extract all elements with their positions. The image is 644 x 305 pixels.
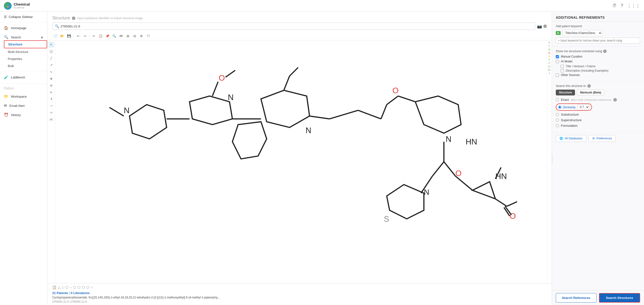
letter-O[interactable]: O — [548, 51, 551, 55]
sidebar-item-multi-structure[interactable]: Multi-Structure — [4, 48, 47, 55]
letter-Cl[interactable]: Cl — [548, 65, 551, 68]
show-structures-info-icon[interactable]: i — [603, 49, 606, 53]
substructure-radio[interactable] — [556, 113, 559, 116]
exact-info-icon[interactable]: i — [614, 98, 617, 101]
heptagon-icon[interactable]: ⬡ — [82, 285, 85, 289]
search-info-icon[interactable]: i — [544, 24, 547, 28]
manual-curation-checkbox[interactable] — [556, 55, 559, 58]
similarity-radio[interactable] — [558, 106, 561, 109]
letter-C[interactable]: C — [548, 45, 551, 48]
zoom-out-tool[interactable]: ⊖ — [48, 83, 54, 88]
sidebar-group-search[interactable]: 🔍 Search ∧ — [0, 32, 47, 40]
formulation-radio[interactable] — [556, 124, 559, 127]
save-btn[interactable]: 💾 — [66, 33, 72, 39]
sidebar-item-history[interactable]: ⏰ History — [0, 110, 47, 119]
similarity-label: Similarity — [563, 105, 576, 109]
timer-icon[interactable]: ⏱ — [612, 3, 617, 8]
letter-P[interactable]: P — [548, 62, 551, 65]
sidebar-item-homepage[interactable]: 🏠 Homepage — [0, 23, 47, 32]
all-databases-btn[interactable]: 🌐 All Databases — [556, 135, 586, 142]
info-btn[interactable]: 🛡 — [145, 33, 152, 39]
bond-tool[interactable]: ╱ — [48, 55, 54, 61]
patents-count[interactable]: 21 Patents — [52, 291, 68, 295]
svg-text:N: N — [228, 93, 234, 102]
reaction-tool[interactable]: ⤳ — [48, 103, 54, 109]
svg-text:O: O — [219, 73, 225, 82]
select-tool[interactable]: ↖ — [48, 42, 54, 48]
square-icon[interactable]: □ — [62, 285, 64, 289]
search-in-structure-btn[interactable]: Structure — [556, 90, 575, 95]
search-chevron-icon: ∧ — [41, 35, 43, 39]
keyword-input[interactable] — [556, 38, 640, 43]
bracket-tool[interactable]: [H] — [48, 117, 54, 122]
literatures-count[interactable]: 0 Literatures — [71, 291, 90, 295]
keyword-field-select[interactable]: Title/Abst./Claims/Desc.TitleAbstractCla… — [562, 30, 602, 36]
desc-checkbox[interactable] — [561, 69, 564, 72]
align-btn[interactable]: ⊟ — [132, 33, 138, 39]
letter-H[interactable]: H — [548, 41, 551, 44]
s-tool[interactable]: .S* — [48, 110, 54, 116]
topbar-left: Chemical by patsnap — [4, 2, 30, 10]
sidebar-item-structure[interactable]: Structure — [4, 40, 47, 48]
eraser-tool[interactable]: ⬜ — [48, 48, 54, 54]
zoom-in-tool[interactable]: ⊕ — [48, 76, 54, 82]
sidebar-item-workspace[interactable]: 📁 Workspace — [0, 92, 47, 101]
grid-btn[interactable]: ⊞ — [125, 33, 131, 39]
superstructure-radio[interactable] — [556, 118, 559, 122]
undo-btn[interactable]: ↩ — [75, 33, 81, 39]
structure-info-icon[interactable]: i — [72, 16, 75, 20]
exact-radio[interactable] — [556, 98, 559, 101]
sidebar-item-properties[interactable]: Properties — [4, 55, 47, 62]
r-group-tool[interactable]: .R̈ — [48, 96, 54, 102]
help-icon[interactable]: ? — [621, 3, 623, 8]
cut-btn[interactable]: ✂ — [91, 33, 97, 39]
atom-tool[interactable]: IIn — [48, 89, 54, 95]
zigzag-tool[interactable]: ∿ — [48, 69, 54, 75]
arrow-tool[interactable]: ↗ — [48, 62, 54, 68]
paste-btn[interactable]: 📌 — [104, 33, 110, 39]
svg-text:N: N — [446, 135, 452, 144]
sidebar-item-labbench[interactable]: 🧪 LabBench — [0, 73, 47, 82]
2d-btn[interactable]: 2D — [118, 33, 124, 39]
new-file-btn[interactable]: 📄 — [52, 33, 58, 39]
hexagon-icon[interactable]: ⬡ — [73, 285, 76, 289]
search-references-button[interactable]: Search References — [556, 293, 596, 303]
pentagon-icon[interactable]: ⬠ — [65, 285, 68, 289]
search-input-wrap: 🔍 — [52, 22, 535, 30]
tac-checkbox[interactable] — [561, 65, 564, 68]
camera-icon[interactable]: 📷 — [537, 24, 542, 29]
redo-btn[interactable]: ↪ — [82, 33, 88, 39]
copy-shape-icon[interactable]: 📋 — [52, 285, 56, 289]
letter-Br[interactable]: Br — [548, 68, 551, 72]
search-in-markush-btn[interactable]: Markush (Beta) — [577, 90, 604, 95]
octagon-icon[interactable]: ⬡ — [86, 285, 89, 289]
apps-icon[interactable]: ⋮⋮⋮ — [627, 3, 640, 8]
sidebar-item-bulk[interactable]: Bulk — [4, 62, 47, 69]
refinements-toggle[interactable]: ‹ — [552, 154, 552, 163]
ai-model-checkbox[interactable] — [556, 60, 559, 63]
other-sources-checkbox[interactable] — [556, 74, 559, 77]
letter-dot[interactable]: · — [548, 75, 550, 78]
letter-I[interactable]: I — [548, 72, 550, 75]
workspace-icon: 📁 — [4, 94, 8, 99]
letter-N[interactable]: N — [548, 48, 551, 51]
letter-S[interactable]: S — [548, 55, 551, 58]
search-bar-row: 🔍 📷 i — [48, 22, 552, 32]
preferences-btn[interactable]: ⚙ Preferences — [588, 135, 616, 142]
letter-F[interactable]: F — [548, 58, 550, 61]
search-in-info-icon[interactable]: i — [588, 84, 591, 88]
arrow-shape-icon[interactable]: ⬦ — [70, 285, 72, 289]
open-btn[interactable]: 📂 — [59, 33, 65, 39]
circle-icon[interactable]: ○ — [91, 285, 92, 289]
search-structures-button[interactable]: Search Structures — [599, 293, 640, 303]
molecule-canvas[interactable]: N N O — [55, 40, 547, 283]
search-tool-btn[interactable]: 🔍 — [111, 33, 118, 39]
benzene-icon[interactable]: ⬡ — [78, 285, 80, 289]
similarity-value-select[interactable]: 0.50.60.70.80.9 — [577, 104, 590, 110]
sidebar-item-email-alert[interactable]: ✉ Email Alert — [0, 101, 47, 110]
structure-search-input[interactable] — [60, 24, 532, 28]
collapse-sidebar-button[interactable]: ☰ Collapse Sidebar — [0, 12, 47, 22]
copy-btn[interactable]: 📋 — [98, 33, 104, 39]
triangle-icon[interactable]: △ — [58, 285, 60, 289]
settings-btn[interactable]: ⚙ — [138, 33, 144, 39]
